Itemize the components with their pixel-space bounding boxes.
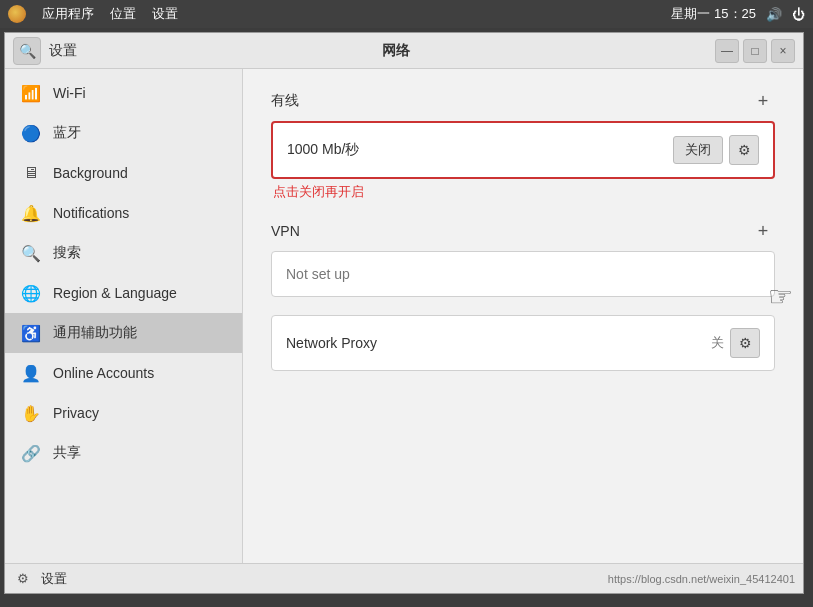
vpn-empty-card: Not set up	[271, 251, 775, 297]
sidebar-item-share[interactable]: 🔗 共享	[5, 433, 242, 473]
titlebar: 🔍 设置 网络 — □ ×	[5, 33, 803, 69]
bottombar: ⚙ 设置 https://blog.csdn.net/weixin_454124…	[5, 563, 803, 593]
maximize-button[interactable]: □	[743, 39, 767, 63]
wired-header: 有线 +	[271, 89, 775, 113]
vpn-header: VPN +	[271, 219, 775, 243]
vpn-add-button[interactable]: +	[751, 219, 775, 243]
notifications-icon: 🔔	[21, 203, 41, 223]
sidebar-label-share: 共享	[53, 444, 81, 462]
proxy-actions: 关 ⚙	[711, 328, 760, 358]
sidebar-item-accessibility[interactable]: ♿ 通用辅助功能	[5, 313, 242, 353]
power-icon[interactable]: ⏻	[792, 7, 805, 22]
proxy-card: Network Proxy 关 ⚙	[271, 315, 775, 371]
sidebar-label-accessibility: 通用辅助功能	[53, 324, 137, 342]
wired-speed: 1000 Mb/秒	[287, 141, 359, 159]
vpn-title: VPN	[271, 223, 300, 239]
volume-icon[interactable]: 🔊	[766, 7, 782, 22]
wired-add-button[interactable]: +	[751, 89, 775, 113]
sidebar-label-online-accounts: Online Accounts	[53, 365, 154, 381]
os-topbar: 应用程序 位置 设置 星期一 15：25 🔊 ⏻	[0, 0, 813, 28]
datetime: 星期一 15：25	[671, 5, 756, 23]
sidebar: 📶 Wi-Fi 🔵 蓝牙 🖥 Background 🔔 Notification…	[5, 69, 243, 563]
app-menu[interactable]: 应用程序	[42, 5, 94, 23]
wired-toggle-button[interactable]: 关闭	[673, 136, 723, 164]
close-button[interactable]: ×	[771, 39, 795, 63]
sidebar-title: 设置	[49, 42, 77, 60]
bluetooth-icon: 🔵	[21, 123, 41, 143]
proxy-status: 关	[711, 334, 724, 352]
wired-actions: 关闭 ⚙	[673, 135, 759, 165]
sidebar-item-privacy[interactable]: ✋ Privacy	[5, 393, 242, 433]
content-title: 网络	[77, 42, 715, 60]
titlebar-left: 🔍 设置	[13, 37, 77, 65]
region-icon: 🌐	[21, 283, 41, 303]
accessibility-icon: ♿	[21, 323, 41, 343]
sidebar-label-notifications: Notifications	[53, 205, 129, 221]
wired-card: 1000 Mb/秒 关闭 ⚙	[271, 121, 775, 179]
sidebar-label-privacy: Privacy	[53, 405, 99, 421]
sidebar-label-region: Region & Language	[53, 285, 177, 301]
privacy-icon: ✋	[21, 403, 41, 423]
proxy-title: Network Proxy	[286, 335, 377, 351]
sidebar-item-online-accounts[interactable]: 👤 Online Accounts	[5, 353, 242, 393]
sidebar-item-bluetooth[interactable]: 🔵 蓝牙	[5, 113, 242, 153]
window-controls: — □ ×	[715, 39, 795, 63]
wired-gear-button[interactable]: ⚙	[729, 135, 759, 165]
wired-title: 有线	[271, 92, 299, 110]
content-area: 有线 + 1000 Mb/秒 关闭 ⚙ 点击关闭再开启	[243, 69, 803, 563]
sidebar-label-wifi: Wi-Fi	[53, 85, 86, 101]
main-area: 📶 Wi-Fi 🔵 蓝牙 🖥 Background 🔔 Notification…	[5, 69, 803, 563]
share-icon: 🔗	[21, 443, 41, 463]
wifi-icon: 📶	[21, 83, 41, 103]
sidebar-item-region[interactable]: 🌐 Region & Language	[5, 273, 242, 313]
search-sidebar-icon: 🔍	[21, 243, 41, 263]
topbar-right: 星期一 15：25 🔊 ⏻	[671, 5, 805, 23]
sidebar-item-wifi[interactable]: 📶 Wi-Fi	[5, 73, 242, 113]
sidebar-item-background[interactable]: 🖥 Background	[5, 153, 242, 193]
wired-section: 有线 + 1000 Mb/秒 关闭 ⚙ 点击关闭再开启	[271, 89, 775, 201]
settings-menu[interactable]: 设置	[152, 5, 178, 23]
vpn-section: VPN + Not set up	[271, 219, 775, 297]
sidebar-label-search: 搜索	[53, 244, 81, 262]
bottom-url: https://blog.csdn.net/weixin_45412401	[608, 573, 795, 585]
proxy-row: Network Proxy 关 ⚙	[272, 316, 774, 370]
app-icon	[8, 5, 26, 23]
background-icon: 🖥	[21, 163, 41, 183]
sidebar-item-search[interactable]: 🔍 搜索	[5, 233, 242, 273]
location-menu[interactable]: 位置	[110, 5, 136, 23]
settings-window: 🔍 设置 网络 — □ × 📶 Wi-Fi 🔵 蓝牙 🖥 Background	[4, 32, 804, 594]
online-accounts-icon: 👤	[21, 363, 41, 383]
proxy-gear-button[interactable]: ⚙	[730, 328, 760, 358]
bottom-label: 设置	[41, 570, 67, 588]
search-button[interactable]: 🔍	[13, 37, 41, 65]
topbar-left: 应用程序 位置 设置	[8, 5, 178, 23]
sidebar-item-notifications[interactable]: 🔔 Notifications	[5, 193, 242, 233]
sidebar-label-background: Background	[53, 165, 128, 181]
bottom-settings-icon: ⚙	[13, 569, 33, 589]
minimize-button[interactable]: —	[715, 39, 739, 63]
sidebar-label-bluetooth: 蓝牙	[53, 124, 81, 142]
wired-row: 1000 Mb/秒 关闭 ⚙	[273, 123, 773, 177]
wired-tooltip: 点击关闭再开启	[271, 183, 775, 201]
vpn-not-set-up: Not set up	[286, 266, 350, 282]
proxy-section: Network Proxy 关 ⚙	[271, 315, 775, 371]
